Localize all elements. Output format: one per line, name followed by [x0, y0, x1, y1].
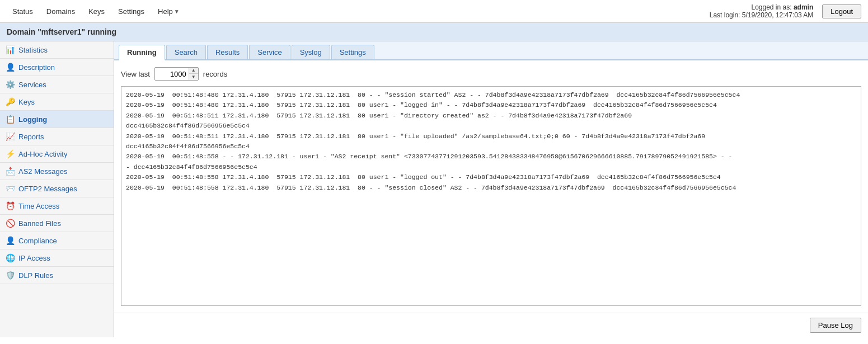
sidebar-label-ipaccess: IP Access [18, 254, 50, 262]
nav-domains[interactable]: Domains [41, 5, 81, 18]
tab-syslog[interactable]: Syslog [292, 45, 330, 59]
sidebar-item-oftp2[interactable]: 📨 OFTP2 Messages [0, 180, 114, 197]
sidebar-item-timeaccess[interactable]: ⏰ Time Access [0, 197, 114, 215]
compliance-icon: 👤 [6, 236, 15, 245]
logout-button[interactable]: Logout [822, 4, 861, 18]
pause-log-button[interactable]: Pause Log [810, 318, 861, 333]
sidebar-label-services: Services [18, 81, 46, 89]
as2-icon: 📩 [6, 167, 15, 176]
oftp2-icon: 📨 [6, 184, 15, 193]
tab-service[interactable]: Service [249, 45, 290, 59]
logging-icon: 📋 [6, 115, 15, 124]
logged-in-label: Logged in as: [751, 3, 791, 11]
user-info: Logged in as: admin Last login: 5/19/202… [710, 3, 813, 19]
tab-search[interactable]: Search [166, 45, 206, 59]
view-last-row: View last ▲ ▼ records [121, 67, 861, 81]
sidebar-label-statistics: Statistics [18, 46, 48, 54]
sidebar-item-statistics[interactable]: 📊 Statistics [0, 41, 114, 59]
spinner-up-button[interactable]: ▲ [189, 68, 198, 74]
sidebar-item-reports[interactable]: 📈 Reports [0, 128, 114, 145]
view-last-label: View last [121, 70, 150, 78]
nav-links: Status Domains Keys Settings Help ▼ [7, 5, 185, 18]
sidebar-item-services[interactable]: ⚙️ Services [0, 76, 114, 93]
last-login-time: 5/19/2020, 12:47:03 AM [742, 11, 813, 19]
nav-help[interactable]: Help ▼ [152, 5, 185, 18]
content-area: Running Search Results Service Syslog Se… [114, 41, 868, 337]
sidebar-item-compliance[interactable]: 👤 Compliance [0, 232, 114, 249]
log-panel: View last ▲ ▼ records 2020-05-19 00:51:4… [114, 60, 868, 313]
dlprules-icon: 🛡️ [6, 271, 15, 280]
tab-settings[interactable]: Settings [331, 45, 374, 59]
spinner-down-button[interactable]: ▼ [189, 74, 198, 80]
domain-header: Domain "mftserver1" running [0, 23, 868, 41]
sidebar-item-dlprules[interactable]: 🛡️ DLP Rules [0, 267, 114, 284]
adhoc-icon: ⚡ [6, 149, 15, 158]
sidebar-item-bannedfiles[interactable]: 🚫 Banned Files [0, 215, 114, 232]
tab-running[interactable]: Running [119, 45, 165, 60]
sidebar-label-keys: Keys [18, 98, 35, 106]
nav-keys[interactable]: Keys [83, 5, 110, 18]
sidebar-label-dlprules: DLP Rules [18, 271, 53, 280]
bannedfiles-icon: 🚫 [6, 219, 15, 228]
description-icon: 👤 [6, 63, 15, 72]
reports-icon: 📈 [6, 132, 15, 141]
timeaccess-icon: ⏰ [6, 201, 15, 210]
sidebar: 📊 Statistics 👤 Description ⚙️ Services 🔑… [0, 41, 114, 337]
sidebar-label-compliance: Compliance [18, 237, 57, 245]
sidebar-label-logging: Logging [18, 115, 47, 124]
nav-settings[interactable]: Settings [112, 5, 150, 18]
ipaccess-icon: 🌐 [6, 253, 15, 262]
user-info-area: Logged in as: admin Last login: 5/19/202… [710, 3, 861, 19]
sidebar-item-adhoc[interactable]: ⚡ Ad-Hoc Activity [0, 145, 114, 163]
sidebar-item-logging[interactable]: 📋 Logging [0, 111, 114, 128]
sidebar-item-ipaccess[interactable]: 🌐 IP Access [0, 249, 114, 267]
sidebar-label-timeaccess: Time Access [18, 202, 59, 210]
records-input[interactable] [155, 69, 189, 79]
chevron-down-icon: ▼ [174, 8, 180, 15]
sidebar-label-description: Description [18, 63, 55, 72]
nav-status[interactable]: Status [7, 5, 39, 18]
services-icon: ⚙️ [6, 80, 15, 89]
sidebar-label-reports: Reports [18, 133, 44, 141]
main-layout: 📊 Statistics 👤 Description ⚙️ Services 🔑… [0, 41, 868, 337]
sidebar-item-description[interactable]: 👤 Description [0, 59, 114, 76]
sidebar-label-adhoc: Ad-Hoc Activity [18, 150, 67, 158]
sidebar-label-oftp2: OFTP2 Messages [18, 185, 77, 193]
top-navigation: Status Domains Keys Settings Help ▼ Logg… [0, 0, 868, 23]
last-login-label: Last login: [710, 11, 740, 19]
log-output: 2020-05-19 00:51:48:480 172.31.4.180 579… [121, 86, 861, 306]
records-label: records [203, 70, 227, 78]
tab-bar: Running Search Results Service Syslog Se… [114, 41, 868, 60]
username-display: admin [794, 3, 813, 11]
spinner-buttons: ▲ ▼ [189, 68, 198, 80]
sidebar-item-as2[interactable]: 📩 AS2 Messages [0, 163, 114, 180]
tab-results[interactable]: Results [207, 45, 248, 59]
records-input-wrap: ▲ ▼ [154, 67, 199, 81]
keys-icon: 🔑 [6, 97, 15, 106]
sidebar-item-keys[interactable]: 🔑 Keys [0, 93, 114, 111]
sidebar-label-as2: AS2 Messages [18, 167, 67, 176]
bottom-bar: Pause Log [114, 313, 868, 337]
sidebar-label-bannedfiles: Banned Files [18, 219, 61, 228]
statistics-icon: 📊 [6, 45, 15, 54]
